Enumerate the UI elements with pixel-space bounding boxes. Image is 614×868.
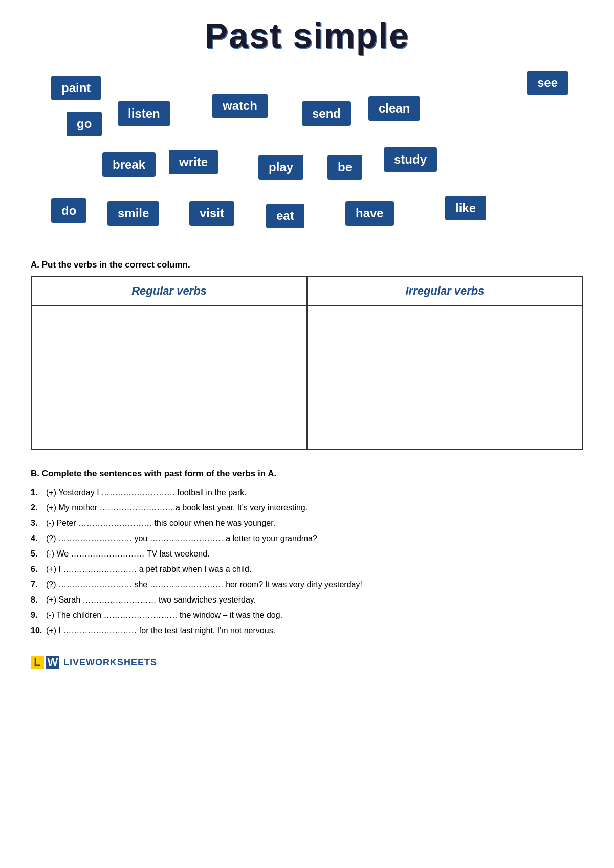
sentence-text-10: (+) I ……………………… for the test last night.…	[46, 626, 275, 635]
sentence-num-2: 2.	[31, 503, 43, 513]
sentence-text-6: (+) I ……………………… a pet rabbit when I was …	[46, 565, 251, 574]
verb-tag-listen: listen	[118, 101, 170, 126]
sentence-item-4: 4.(?) ……………………… you ……………………… a letter t…	[31, 534, 583, 543]
verb-tag-do: do	[51, 198, 86, 223]
sentence-num-6: 6.	[31, 565, 43, 574]
footer: L W LIVEWORKSHEETS	[31, 656, 583, 669]
sentence-item-1: 1.(+) Yesterday I ……………………… football in …	[31, 488, 583, 497]
verb-tag-go: go	[67, 112, 102, 136]
sentence-item-3: 3.(-) Peter ……………………… this colour when h…	[31, 519, 583, 528]
sentence-text-9: (-) The children ……………………… the window – …	[46, 611, 282, 620]
verb-tag-have: have	[345, 201, 394, 226]
verb-tag-play: play	[258, 155, 303, 180]
logo-w: W	[46, 656, 59, 669]
sentence-num-3: 3.	[31, 519, 43, 528]
sentence-num-1: 1.	[31, 488, 43, 497]
sentence-item-6: 6.(+) I ……………………… a pet rabbit when I wa…	[31, 565, 583, 574]
sentence-text-8: (+) Sarah ……………………… two sandwiches yeste…	[46, 595, 256, 605]
verb-tag-eat: eat	[266, 204, 304, 228]
sentence-item-7: 7.(?) ……………………… she ……………………… her room? …	[31, 580, 583, 589]
section-b-instruction: B. Complete the sentences with past form…	[31, 469, 583, 479]
sentences-list: 1.(+) Yesterday I ……………………… football in …	[31, 488, 583, 635]
verb-tag-clean: clean	[368, 96, 420, 121]
sentence-item-10: 10.(+) I ……………………… for the test last nig…	[31, 626, 583, 635]
verb-tag-smile: smile	[107, 201, 159, 226]
verb-tag-send: send	[302, 101, 351, 126]
verb-tag-like: like	[445, 196, 486, 220]
regular-verbs-header: Regular verbs	[32, 277, 308, 305]
verb-tag-write: write	[169, 150, 218, 174]
verb-tag-paint: paint	[51, 76, 101, 100]
sentence-num-7: 7.	[31, 580, 43, 589]
section-a-instruction: A. Put the verbs in the correct column.	[31, 260, 583, 270]
table-body	[32, 306, 582, 449]
verb-tag-see: see	[527, 71, 568, 95]
verb-tag-visit: visit	[189, 201, 234, 226]
logo-l: L	[31, 656, 44, 669]
verb-tag-be: be	[327, 155, 362, 180]
sentence-item-8: 8.(+) Sarah ……………………… two sandwiches yes…	[31, 595, 583, 605]
page-title: Past simple	[31, 15, 583, 55]
sentence-num-4: 4.	[31, 534, 43, 543]
sentence-text-4: (?) ……………………… you ……………………… a letter to …	[46, 534, 317, 543]
sentence-num-10: 10.	[31, 626, 43, 635]
brand-logo: L W	[31, 656, 59, 669]
irregular-verbs-header: Irregular verbs	[308, 277, 582, 305]
sentence-item-2: 2.(+) My mother ……………………… a book last ye…	[31, 503, 583, 513]
verbs-table: Regular verbs Irregular verbs	[31, 276, 583, 450]
table-header: Regular verbs Irregular verbs	[32, 277, 582, 306]
sentence-text-3: (-) Peter ……………………… this colour when he …	[46, 519, 275, 528]
sentence-text-1: (+) Yesterday I ……………………… football in th…	[46, 488, 247, 497]
verb-tag-study: study	[384, 147, 437, 172]
sentence-num-8: 8.	[31, 595, 43, 605]
sentence-item-9: 9.(-) The children ……………………… the window …	[31, 611, 583, 620]
irregular-verbs-column	[308, 306, 582, 449]
brand-name: LIVEWORKSHEETS	[63, 657, 157, 668]
verb-tag-watch: watch	[212, 94, 268, 118]
sentence-text-2: (+) My mother ……………………… a book last year…	[46, 503, 308, 513]
verb-tag-break: break	[102, 152, 156, 177]
regular-verbs-column	[32, 306, 308, 449]
verbs-cloud: paintseegolistenwatchsendcleanbreakwrite…	[31, 71, 583, 244]
sentence-num-5: 5.	[31, 549, 43, 559]
sentence-text-5: (-) We ……………………… TV last weekend.	[46, 549, 209, 559]
sentence-item-5: 5.(-) We ……………………… TV last weekend.	[31, 549, 583, 559]
sentence-text-7: (?) ……………………… she ……………………… her room? It…	[46, 580, 362, 589]
sentence-num-9: 9.	[31, 611, 43, 620]
